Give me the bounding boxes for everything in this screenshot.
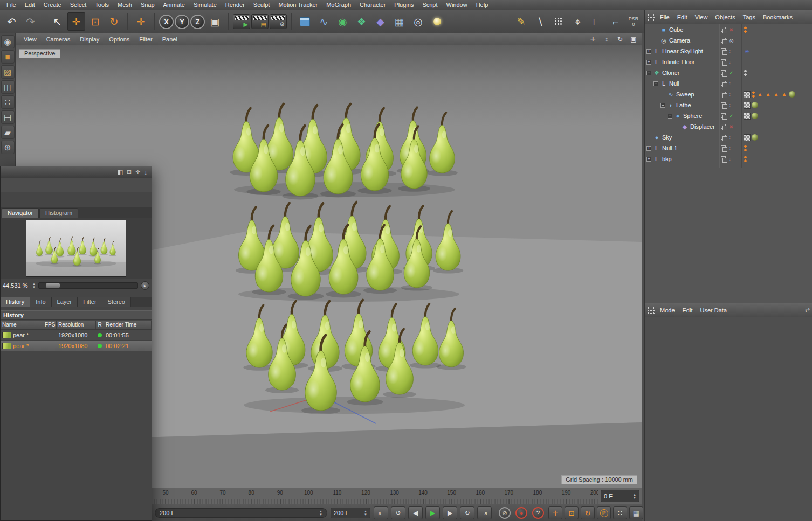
workplane-lock-button[interactable]: ⌐ — [607, 12, 624, 31]
column-header-r[interactable]: R — [96, 321, 104, 329]
menu-animate[interactable]: Animate — [159, 2, 189, 8]
move-tool-button[interactable]: ✛ — [67, 12, 85, 31]
triangle-tag[interactable]: ▲ — [773, 91, 780, 98]
triangle-tag[interactable]: ▲ — [756, 91, 763, 98]
points-mode-button[interactable]: ∷ — [1, 95, 15, 109]
menu-sculpt[interactable]: Sculpt — [249, 2, 274, 8]
visibility-dots-icon[interactable]: ∶ — [729, 59, 731, 65]
collapse-icon[interactable]: − — [668, 114, 672, 119]
tab-histogram[interactable]: Histogram — [39, 208, 78, 218]
preview-range-slider[interactable]: 200 F ▲▼ — [155, 508, 327, 518]
layer-toggle-icon[interactable] — [721, 70, 727, 76]
zoom-stepper[interactable]: ▲▼ — [32, 282, 36, 289]
tab-navigator[interactable]: Navigator — [2, 208, 39, 218]
expand-icon[interactable]: + — [646, 157, 651, 162]
viewport-menu-cameras[interactable]: Cameras — [42, 36, 75, 43]
subdivision-surface-button[interactable]: ◉ — [334, 12, 352, 31]
object-row-infinite-floor[interactable]: +LInfinite Floor∶ — [645, 57, 812, 67]
sphere-tag[interactable] — [752, 102, 758, 108]
tab-history[interactable]: History — [1, 297, 30, 307]
om-menu-objects[interactable]: Objects — [711, 14, 739, 20]
collapse-window-icon[interactable]: ↓ — [144, 169, 148, 176]
visibility-cross-icon[interactable]: ✕ — [729, 27, 733, 33]
collapse-icon[interactable]: − — [660, 103, 665, 108]
edges-mode-button[interactable]: ▤ — [1, 110, 15, 124]
record-position-button[interactable]: ✛ — [548, 506, 562, 519]
viewport-menu-view[interactable]: View — [19, 36, 42, 43]
sphere-tag[interactable] — [752, 134, 758, 141]
record-scale-button[interactable]: ⊡ — [565, 506, 579, 519]
undo-button[interactable]: ↶ — [3, 12, 20, 31]
checker-tag[interactable] — [744, 134, 751, 141]
om-menu-file[interactable]: File — [656, 14, 673, 20]
knife-tool-button[interactable]: ∖ — [531, 12, 549, 31]
make-editable-button[interactable]: ◉ — [1, 35, 15, 48]
layer-toggle-icon[interactable] — [721, 81, 727, 87]
object-row-linear-skylight[interactable]: +LLinear SkyLight∶✳ — [645, 46, 812, 57]
loop-playback-button[interactable]: ↻ — [460, 506, 474, 519]
workplane-mode-button[interactable]: ◫ — [1, 80, 15, 94]
column-header-render-time[interactable]: Render Time — [104, 321, 152, 329]
layer-toggle-icon[interactable] — [721, 145, 727, 151]
rotate-view-icon[interactable]: ↻ — [615, 35, 625, 44]
visibility-dots-icon[interactable]: ∶ — [729, 135, 731, 141]
menu-mograph[interactable]: MoGraph — [322, 2, 355, 8]
layer-toggle-icon[interactable] — [721, 135, 727, 141]
object-row-sky[interactable]: ●Sky∶ — [645, 132, 812, 143]
checker-tag[interactable] — [744, 102, 751, 109]
tab-info[interactable]: Info — [30, 297, 51, 307]
record-pla-button[interactable]: ∷ — [613, 506, 627, 519]
move-window-icon[interactable]: ✛ — [135, 169, 140, 176]
menu-create[interactable]: Create — [39, 2, 66, 8]
autokey-toggle-button[interactable]: ⊘ — [499, 507, 511, 519]
redo-button[interactable]: ↷ — [22, 12, 39, 31]
triangle-tag[interactable]: ▲ — [781, 91, 788, 98]
layer-toggle-icon[interactable] — [721, 48, 727, 54]
viewport-menu-options[interactable]: Options — [104, 36, 134, 43]
range-spinner-arrows[interactable]: ▲▼ — [319, 510, 322, 516]
am-menu-user-data[interactable]: User Data — [697, 307, 731, 314]
play-forward-button[interactable]: ▶ — [425, 506, 440, 519]
menu-character[interactable]: Character — [355, 2, 390, 8]
stack-window-icon[interactable]: ⊞ — [127, 169, 132, 176]
column-header-resolution[interactable]: Resolution — [57, 321, 96, 329]
viewport-menu-display[interactable]: Display — [75, 36, 104, 43]
keyframe-settings-button[interactable]: ▦ — [629, 506, 643, 519]
toggle-view-icon[interactable]: ▣ — [629, 35, 638, 44]
visibility-dots-icon[interactable]: ∶ — [729, 102, 731, 108]
expand-icon[interactable]: + — [646, 146, 651, 151]
om-menu-edit[interactable]: Edit — [673, 14, 691, 20]
menu-render[interactable]: Render — [221, 2, 249, 8]
goto-end-button[interactable]: ⇥ — [477, 506, 492, 519]
model-mode-button[interactable]: ■ — [1, 50, 15, 64]
object-row-displacer[interactable]: ◆Displacer✕ — [645, 121, 812, 132]
object-row-null-1[interactable]: +LNull.1∶ — [645, 143, 812, 154]
om-menu-bookmarks[interactable]: Bookmarks — [759, 14, 796, 20]
object-row-sweep[interactable]: ∿Sweep∶▲▲▲▲ — [645, 89, 812, 100]
keyframe-selection-button[interactable]: ? — [532, 507, 544, 519]
layer-toggle-icon[interactable] — [721, 27, 727, 33]
rotate-tool-button[interactable]: ↻ — [105, 12, 123, 31]
om-menu-tags[interactable]: Tags — [739, 14, 759, 20]
next-frame-button[interactable]: ▶ — [443, 506, 457, 519]
panel-grip-icon[interactable] — [647, 13, 655, 21]
expand-icon[interactable]: + — [646, 49, 651, 54]
zoom-fit-button[interactable]: ▸ — [141, 281, 149, 290]
view-label[interactable]: Perspective — [19, 49, 60, 58]
record-rotation-button[interactable]: ↻ — [581, 506, 595, 519]
lock-z-axis-button[interactable]: Z — [190, 15, 205, 29]
floor-object-button[interactable]: ▦ — [390, 12, 408, 31]
tab-stereo[interactable]: Stereo — [102, 297, 131, 307]
menu-tools[interactable]: Tools — [91, 2, 113, 8]
orange-dots-tag[interactable] — [744, 26, 747, 33]
layer-toggle-icon[interactable] — [721, 92, 727, 98]
dock-window-icon[interactable]: ◧ — [118, 169, 123, 176]
object-row-camera[interactable]: ◎Camera◎ — [645, 35, 812, 46]
menu-script[interactable]: Script — [418, 2, 442, 8]
viewport-menu-panel[interactable]: Panel — [157, 36, 182, 43]
object-row-cloner[interactable]: −❖Cloner✓ — [645, 67, 812, 78]
polygons-mode-button[interactable]: ▰ — [1, 126, 15, 139]
light-object-button[interactable] — [428, 12, 446, 31]
object-row-lathe[interactable]: −◗Lathe∶ — [645, 100, 812, 110]
orange-dots-tag[interactable] — [744, 145, 747, 152]
